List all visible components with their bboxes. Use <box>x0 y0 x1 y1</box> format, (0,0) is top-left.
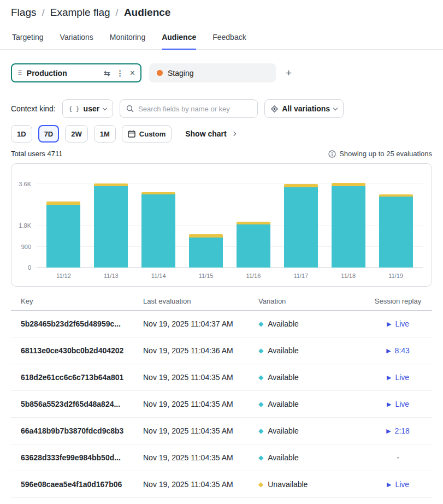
show-chart-toggle[interactable]: Show chart <box>185 129 235 138</box>
variation-cell: ◆ Available <box>258 373 373 382</box>
session-replay-cell: ▶ Live <box>373 400 423 408</box>
search-input[interactable] <box>138 105 251 113</box>
table-row: 68113e0ce430bc0b2d404202 Nov 19, 2025 11… <box>11 337 432 364</box>
variation-cell: ◆ Available <box>258 346 373 355</box>
staging-status-dot <box>157 70 163 76</box>
variation-label: Available <box>268 346 299 355</box>
environment-label-staging: Staging <box>168 69 193 78</box>
play-icon: ▶ <box>386 428 391 435</box>
session-replay-link: - <box>397 453 399 462</box>
variation-diamond-icon: ◆ <box>258 454 263 461</box>
environment-label-production: Production <box>27 69 67 78</box>
tab-targeting[interactable]: Targeting <box>12 33 44 50</box>
column-header-variation: Variation <box>258 297 373 305</box>
variation-diamond-icon: ◆ <box>258 347 263 354</box>
column-header-last-evaluation: Last evaluation <box>143 297 258 305</box>
show-chart-label: Show chart <box>185 129 226 138</box>
environment-chip-staging[interactable]: Staging <box>149 63 276 82</box>
summary-row: Total users 4711 Showing up to 25 evalua… <box>0 150 443 158</box>
session-replay-link[interactable]: Live <box>395 480 409 489</box>
variation-cell: ◆ Available <box>258 400 373 408</box>
last-evaluation: Nov 19, 2025 11:04:35 AM <box>143 400 258 408</box>
evaluations-chart: 09001.8K3.6K 11/1211/1311/1411/1511/1611… <box>14 179 423 279</box>
tab-feedback[interactable]: Feedback <box>212 33 246 50</box>
session-replay-link[interactable]: Live <box>395 319 409 328</box>
bar-segment-available <box>46 205 80 268</box>
bar-segment-available <box>332 186 365 268</box>
user-key: 66a418b9b7b3870fdcd9c8b3 <box>21 426 143 435</box>
environment-chip-production[interactable]: ⠿ Production ⇆ ⋮ × <box>11 63 141 82</box>
session-replay-cell: ▶ 8:43 <box>373 346 423 355</box>
breadcrumb-flags[interactable]: Flags <box>11 7 36 19</box>
search-box[interactable] <box>120 99 258 118</box>
session-replay-cell: ▶ Live <box>373 319 423 328</box>
user-key: 596e08caea5e4f1a0d167b06 <box>21 480 143 489</box>
tab-audience[interactable]: Audience <box>162 33 196 50</box>
y-axis: 09001.8K3.6K <box>14 179 37 268</box>
bar-11/18 <box>324 183 372 268</box>
tab-monitoring[interactable]: Monitoring <box>110 33 145 50</box>
variations-filter-dropdown[interactable]: All variations <box>264 99 344 118</box>
variation-label: Unavailable <box>268 480 308 489</box>
swap-environment-icon[interactable]: ⇆ <box>104 69 110 78</box>
add-environment-button[interactable]: + <box>283 67 294 79</box>
context-kind-label: Context kind: <box>11 104 56 113</box>
table-row: 596e08caea5e4f1a0d167b06 Nov 19, 2025 11… <box>11 471 432 498</box>
custom-range-button[interactable]: Custom <box>122 125 172 143</box>
range-2w-button[interactable]: 2W <box>65 125 88 143</box>
session-replay-link[interactable]: Live <box>395 373 409 382</box>
evaluations-note: Showing up to 25 evaluations <box>328 150 432 158</box>
calendar-icon <box>128 130 135 138</box>
context-kind-dropdown[interactable]: { } user <box>62 99 113 118</box>
column-header-session-replay: Session replay <box>373 297 423 305</box>
bar-11/13 <box>87 183 135 268</box>
y-tick-label: 900 <box>21 244 31 250</box>
bar-segment-available <box>237 224 270 268</box>
variation-diamond-icon: ◆ <box>258 400 263 408</box>
session-replay-cell: ▶ Live <box>373 373 423 382</box>
variations-diamond-icon <box>271 105 278 112</box>
y-tick-label: 0 <box>28 264 31 271</box>
session-replay-link[interactable]: Live <box>395 400 409 408</box>
user-key: 618d2e61cc6c6c713b64a801 <box>21 373 143 382</box>
table-row: 5b28465b23d2f65d48959c... Nov 19, 2025 1… <box>11 311 432 337</box>
table-header: Key Last evaluation Variation Session re… <box>11 292 432 311</box>
variation-diamond-icon: ◆ <box>258 373 263 381</box>
bar-11/15 <box>182 234 230 268</box>
x-tick-label: 11/13 <box>87 272 135 279</box>
close-icon[interactable]: × <box>130 69 135 78</box>
table-row: 66a418b9b7b3870fdcd9c8b3 Nov 19, 2025 11… <box>11 418 432 444</box>
braces-icon: { } <box>69 105 80 112</box>
tab-bar: Targeting Variations Monitoring Audience… <box>0 33 443 50</box>
range-1d-button[interactable]: 1D <box>11 125 32 143</box>
x-tick-label: 11/18 <box>324 272 372 279</box>
drag-handle-icon[interactable]: ⠿ <box>17 69 22 77</box>
overflow-menu-icon[interactable]: ⋮ <box>116 69 124 78</box>
user-key: 63628d333fe99e984bb50d... <box>21 453 143 462</box>
last-evaluation: Nov 19, 2025 11:04:35 AM <box>143 480 258 489</box>
variation-cell: ◆ Available <box>258 319 373 328</box>
session-replay-link[interactable]: 8:43 <box>395 346 410 355</box>
last-evaluation: Nov 19, 2025 11:04:35 AM <box>143 426 258 435</box>
evaluations-chart-card: 09001.8K3.6K 11/1211/1311/1411/1511/1611… <box>11 163 432 287</box>
time-range-row: 1D 7D 2W 1M Custom Show chart <box>0 125 443 143</box>
session-replay-cell: ▶ Live <box>373 480 423 489</box>
bar-11/19 <box>372 194 420 268</box>
variation-diamond-icon: ◆ <box>258 427 263 435</box>
bar-11/17 <box>277 184 324 268</box>
bar-segment-available <box>189 238 223 268</box>
breadcrumb-flag-name[interactable]: Example flag <box>50 7 110 19</box>
range-1m-button[interactable]: 1M <box>94 125 116 143</box>
session-replay-cell: ▶ - <box>373 453 423 462</box>
table-body: 5b28465b23d2f65d48959c... Nov 19, 2025 1… <box>11 311 432 498</box>
evaluations-note-text: Showing up to 25 evaluations <box>339 150 432 158</box>
evaluations-table: Key Last evaluation Variation Session re… <box>11 292 432 498</box>
total-users-label: Total users 4711 <box>11 150 62 158</box>
y-tick-label: 3.6K <box>19 181 31 187</box>
range-7d-button[interactable]: 7D <box>38 125 60 143</box>
tab-variations[interactable]: Variations <box>60 33 93 50</box>
x-tick-label: 11/15 <box>182 272 230 279</box>
session-replay-link[interactable]: 2:18 <box>395 426 410 435</box>
environment-selector-row: ⠿ Production ⇆ ⋮ × Staging + <box>0 63 443 82</box>
info-icon[interactable] <box>328 150 336 158</box>
